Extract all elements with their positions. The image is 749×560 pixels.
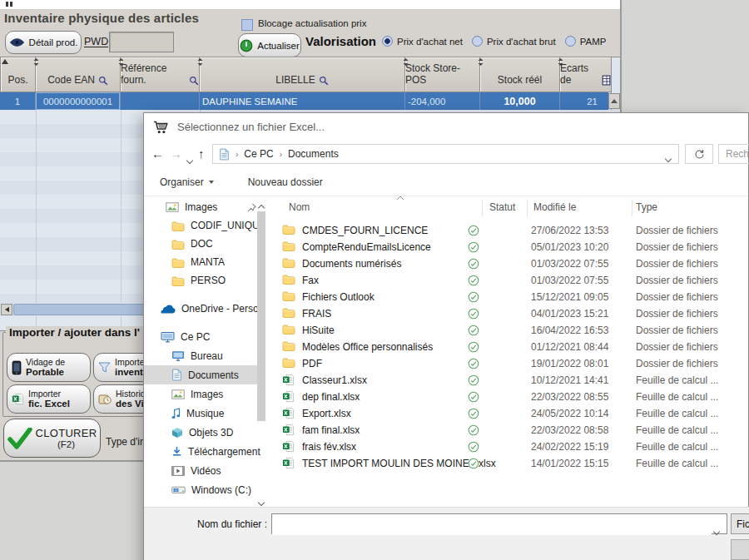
sidebar-item-onedrive-person[interactable]: OneDrive - Person: [144, 300, 260, 318]
big-check-icon: [7, 428, 32, 449]
sidebar-item-vid-os[interactable]: Vidéos: [144, 461, 260, 480]
window-corner-glyph: [6, 2, 14, 7]
file-name: dep final.xlsx: [302, 391, 360, 403]
breadcrumb-dropdown-chevron[interactable]: [666, 152, 671, 164]
grid-column-header[interactable]: LIBELLE: [200, 57, 405, 92]
grid-column-header[interactable]: Code EAN: [36, 57, 121, 92]
valuation-option[interactable]: Prix d'achat brut: [472, 36, 556, 47]
detail-product-button[interactable]: Détail prod.: [5, 31, 82, 54]
column-divider[interactable]: [482, 200, 483, 216]
table-icon: [602, 75, 611, 86]
filename-dropdown-chevron[interactable]: [714, 523, 719, 538]
grid-vscroll-up-button[interactable]: [608, 93, 620, 109]
file-row[interactable]: frais fév.xlsx24/02/2022 15:19Feuille de…: [275, 439, 749, 455]
actualiser-button[interactable]: Actualiser: [238, 33, 301, 57]
sidebar-item-doc[interactable]: DOC: [144, 235, 260, 253]
new-folder-button[interactable]: Nouveau dossier: [248, 176, 323, 188]
column-resize-icon[interactable]: [403, 58, 409, 66]
sync-status-icon: [468, 341, 479, 353]
file-name: CompteRenduEmailsLicence: [302, 241, 431, 253]
sidebar-item-label: DOC: [191, 238, 213, 250]
file-row[interactable]: Fichiers Outlook15/12/2021 09:05Dossier …: [275, 289, 749, 305]
file-row[interactable]: Fax01/03/2022 07:55Dossier de fichiers: [275, 272, 749, 289]
selected-grid-row[interactable]: 10000000000001DAUPHINE SEMAINE-204,00010…: [0, 92, 608, 110]
back-button[interactable]: ←: [151, 146, 164, 162]
up-button[interactable]: ↑: [198, 146, 205, 162]
file-row[interactable]: TEST IMPORT MOULIN DES MOINES.xlsx14/01/…: [275, 455, 749, 472]
search-box[interactable]: [718, 144, 749, 164]
refresh-button[interactable]: [685, 144, 713, 164]
file-row[interactable]: Documents numérisés01/03/2022 07:55Dossi…: [275, 255, 749, 272]
column-divider[interactable]: [632, 200, 632, 216]
file-row[interactable]: fam final.xlsx22/03/2022 08:58Feuille de…: [275, 422, 749, 439]
file-row[interactable]: PDF19/01/2022 08:01Dossier de fichiers: [275, 355, 749, 372]
breadcrumb-segment[interactable]: Ce PC: [244, 148, 273, 160]
file-row[interactable]: CMDES_FOURN_LICENCE27/06/2022 13:53Dossi…: [275, 222, 749, 239]
import-button[interactable]: Vidage dePortable: [7, 353, 91, 382]
cloturer-label: CLOTURER: [36, 427, 97, 439]
filename-combo[interactable]: [271, 513, 727, 534]
file-row[interactable]: Modèles Office personnalisés01/12/2021 0…: [275, 339, 749, 355]
sync-status-icon: [468, 308, 479, 320]
column-header-statut[interactable]: Statut: [489, 201, 515, 213]
import-button[interactable]: Importerfic. Excel: [7, 384, 91, 414]
search-input[interactable]: [719, 145, 749, 163]
column-resize-icon[interactable]: [478, 58, 484, 66]
column-divider[interactable]: [527, 200, 528, 216]
filename-label: Nom du fichier :: [144, 518, 267, 530]
column-header-nom[interactable]: Nom: [289, 201, 310, 213]
sidebar-item-windows-c-[interactable]: Windows (C:): [144, 480, 260, 499]
sidebar-item-musique[interactable]: Musique: [144, 404, 260, 423]
column-header-modifie[interactable]: Modifié le: [533, 201, 576, 213]
file-row[interactable]: Export.xlsx24/05/2022 10:14Feuille de ca…: [275, 405, 749, 422]
column-resize-icon[interactable]: [558, 58, 563, 66]
cutoff-button[interactable]: [731, 539, 749, 560]
sidebar-scrollbar-thumb[interactable]: [257, 211, 265, 421]
file-row[interactable]: dep final.xlsx22/03/2022 08:55Feuille de…: [275, 389, 749, 405]
organiser-menu[interactable]: Organiser: [160, 176, 214, 188]
column-header-type[interactable]: Type: [636, 201, 657, 213]
funnel-icon: [98, 362, 111, 373]
sidebar-item-t-l-chargements[interactable]: Téléchargements: [144, 442, 260, 461]
sidebar-item-label: Windows (C:): [191, 484, 251, 496]
file-modified-date: 04/01/2023 15:21: [531, 308, 608, 320]
sidebar-item-manta[interactable]: MANTA: [144, 253, 260, 271]
forward-button[interactable]: →: [170, 146, 182, 162]
grid-column-header[interactable]: Référence fourn.: [121, 57, 200, 92]
column-resize-icon[interactable]: [118, 58, 124, 66]
sidebar-item-perso[interactable]: PERSO: [144, 271, 260, 290]
blocage-checkbox[interactable]: [241, 19, 253, 31]
grid-column-header[interactable]: Stock réél: [480, 57, 560, 92]
valuation-option[interactable]: Prix d'achat net: [382, 36, 463, 47]
file-row[interactable]: HiSuite16/04/2022 16:53Dossier de fichie…: [275, 322, 749, 339]
file-row[interactable]: FRAIS04/01/2023 15:21Dossier de fichiers: [275, 305, 749, 322]
grid-column-line: [121, 110, 122, 303]
sidebar-item-bureau[interactable]: Bureau: [144, 346, 260, 365]
grid-column-label: Ecarts de: [560, 62, 598, 86]
column-resize-icon[interactable]: [33, 58, 39, 66]
dialog-content: ImagesCODIF_UNIQUEDOCMANTAPERSOOneDrive …: [144, 196, 749, 507]
cloturer-button[interactable]: CLOTURER (F2): [3, 419, 101, 458]
sidebar-item-objets-3d[interactable]: Objets 3D: [144, 423, 260, 442]
filename-input[interactable]: [272, 514, 712, 535]
breadcrumb-segment[interactable]: Documents: [288, 148, 339, 160]
grid-column-header[interactable]: Stock Store-POS: [405, 57, 480, 92]
file-name: FRAIS: [302, 308, 331, 320]
pwd-label: PWD: [84, 36, 108, 47]
file-row[interactable]: Classeur1.xlsx10/12/2021 14:41Feuille de…: [275, 372, 749, 389]
column-resize-icon[interactable]: [197, 58, 203, 66]
valuation-option[interactable]: PAMP: [565, 36, 607, 47]
sidebar-item-codif-unique[interactable]: CODIF_UNIQUE: [144, 216, 260, 235]
folder-icon: [171, 221, 185, 231]
sidebar-item-images[interactable]: Images: [144, 198, 260, 216]
file-modified-date: 22/03/2022 08:58: [531, 424, 608, 436]
grid-column-header[interactable]: Ecarts de: [560, 57, 612, 92]
history-chevron[interactable]: [187, 151, 192, 166]
grid-hscroll-left-button[interactable]: [1, 304, 12, 315]
pwd-input[interactable]: [109, 32, 174, 52]
file-row[interactable]: CompteRenduEmailsLicence05/01/2023 10:20…: [275, 239, 749, 255]
sidebar-item-ce-pc[interactable]: Ce PC: [144, 328, 260, 346]
filetype-button[interactable]: Fich: [731, 513, 749, 534]
sidebar-item-images[interactable]: Images: [144, 384, 260, 404]
sidebar-item-documents[interactable]: Documents: [144, 365, 260, 384]
